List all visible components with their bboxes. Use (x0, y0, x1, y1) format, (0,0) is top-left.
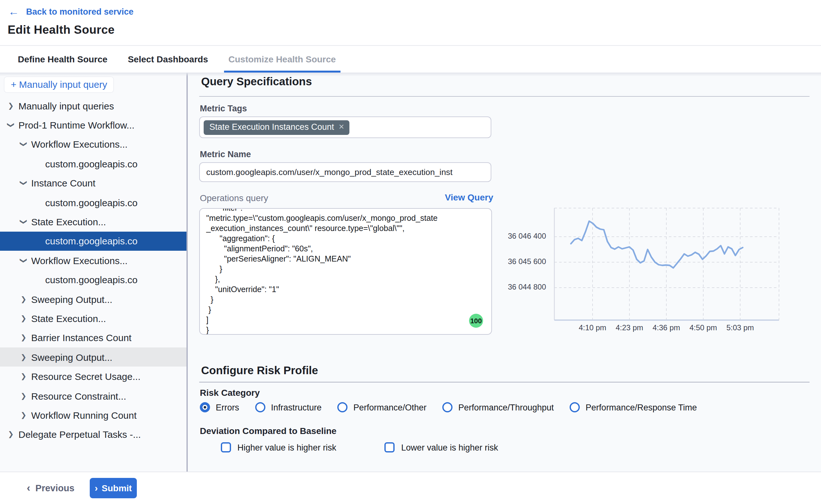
tree-item-label: custom.googleapis.co (45, 274, 137, 285)
risk-category-option[interactable]: Performance/Response Time (570, 402, 697, 412)
edit-health-source-page: ← Back to monitored service Edit Health … (0, 0, 821, 504)
page-title: Edit Health Source (8, 23, 115, 37)
chevron-right-icon[interactable]: ❯ (19, 354, 28, 361)
checkbox-label: Higher value is higher risk (237, 443, 336, 452)
y-axis-tick: 36 045 600 (490, 257, 546, 266)
tree-item-label: custom.googleapis.co (45, 158, 137, 169)
tree-item-label: Sweeping Output... (31, 294, 112, 305)
metric-name-label: Metric Name (200, 150, 251, 159)
radio-label: Performance/Response Time (586, 403, 697, 412)
checkbox-label: Lower value is higher risk (401, 443, 498, 452)
query-specifications-title: Query Specifications (201, 75, 312, 88)
metric-tags-label: Metric Tags (200, 104, 247, 113)
risk-category-label: Risk Category (200, 388, 260, 398)
chevron-right-icon[interactable]: ❯ (19, 315, 28, 322)
tree-item[interactable]: custom.googleapis.co (0, 231, 186, 251)
radio-infrastructure[interactable] (255, 402, 265, 412)
back-link-label: Back to monitored service (26, 7, 134, 17)
radio-errors[interactable] (200, 402, 210, 412)
checkbox-lower-value-is-higher-risk[interactable] (385, 442, 395, 452)
tab-customize-health-source[interactable]: Customize Health Source (226, 46, 339, 73)
previous-button[interactable]: ‹ Previous (27, 478, 74, 498)
chevron-down-icon[interactable]: ❯ (20, 217, 27, 226)
metric-name-input[interactable]: custom.googleapis.com/user/x_mongo_prod_… (199, 162, 491, 182)
tree-item[interactable]: ❯Workflow Running Count (0, 406, 186, 425)
submit-button-label: Submit (102, 483, 132, 493)
deviation-option[interactable]: Lower value is higher risk (385, 442, 498, 452)
x-axis-tick: 4:36 pm (646, 323, 687, 332)
y-axis-tick: 36 046 400 (490, 232, 546, 241)
tree-item[interactable]: ❯Resource Secret Usage... (0, 367, 186, 386)
tab-bar: Define Health SourceSelect DashboardsCus… (0, 45, 821, 73)
section-divider-2 (199, 382, 810, 382)
radio-label: Errors (216, 403, 239, 412)
tree-item[interactable]: ❯Sweeping Output... (0, 290, 186, 309)
tree-item[interactable]: custom.googleapis.co (0, 193, 186, 212)
tree-item-label: Prod-1 Runtime Workflow... (18, 120, 135, 130)
submit-button[interactable]: › Submit (90, 478, 137, 498)
tree-item-label: Barrier Instances Count (31, 333, 131, 343)
chevron-down-icon[interactable]: ❯ (7, 121, 14, 129)
tree-item-label: Workflow Running Count (31, 410, 137, 421)
chevron-left-icon: ‹ (27, 482, 30, 493)
tab-define-health-source[interactable]: Define Health Source (15, 46, 110, 73)
tree-item-label: Sweeping Output... (31, 352, 112, 363)
remove-tag-icon[interactable]: ✕ (339, 123, 344, 131)
tree-item[interactable]: custom.googleapis.co (0, 270, 186, 290)
tree-item[interactable]: ❯Sweeping Output... (0, 347, 186, 367)
view-query-link[interactable]: View Query (442, 192, 493, 202)
risk-category-option[interactable]: Performance/Throughput (442, 402, 554, 412)
tree-item[interactable]: ❯Workflow Executions... (0, 135, 186, 154)
x-axis-tick: 5:03 pm (720, 323, 761, 332)
chevron-right-icon[interactable]: ❯ (19, 296, 28, 303)
deviation-options: Higher value is higher riskLower value i… (221, 442, 498, 452)
chevron-right-icon: › (95, 483, 98, 493)
back-link[interactable]: ← Back to monitored service (8, 6, 134, 17)
tree-item-label: State Execution... (31, 313, 106, 324)
radio-performance-response-time[interactable] (570, 402, 580, 412)
risk-category-option[interactable]: Infrastructure (255, 402, 322, 412)
tree-item[interactable]: ❯State Execution... (0, 309, 186, 328)
chevron-right-icon[interactable]: ❯ (6, 431, 15, 438)
tree-item[interactable]: ❯Workflow Executions... (0, 251, 186, 270)
chevron-down-icon[interactable]: ❯ (20, 140, 27, 149)
risk-category-option[interactable]: Errors (200, 402, 239, 412)
tree-item-label: Workflow Executions... (31, 255, 128, 266)
operations-query-textarea[interactable]: "filter": "metric.type=\"custom.googleap… (199, 208, 492, 335)
tree-item-label: Delegate Perpetual Tasks -... (18, 429, 141, 440)
tree-item[interactable]: ❯Resource Constraint... (0, 386, 186, 406)
tree-item-label: custom.googleapis.co (45, 197, 137, 208)
chevron-right-icon[interactable]: ❯ (19, 334, 28, 341)
tree-item[interactable]: ❯Barrier Instances Count (0, 328, 186, 347)
chevron-right-icon[interactable]: ❯ (6, 102, 15, 109)
chevron-right-icon[interactable]: ❯ (19, 412, 28, 419)
add-manual-query-button[interactable]: + Manually input query (4, 77, 114, 92)
tree-item[interactable]: ❯State Execution... (0, 212, 186, 232)
metric-tag-chip[interactable]: State Execution Instances Count ✕ (204, 120, 349, 135)
chevron-down-icon[interactable]: ❯ (20, 256, 27, 265)
configure-risk-profile-title: Configure Risk Profile (201, 364, 318, 377)
section-divider (199, 96, 810, 97)
checkbox-higher-value-is-higher-risk[interactable] (221, 442, 231, 452)
tree-item[interactable]: ❯Instance Count (0, 173, 186, 193)
chevron-down-icon[interactable]: ❯ (20, 179, 27, 188)
tab-select-dashboards[interactable]: Select Dashboards (125, 46, 211, 73)
radio-performance-throughput[interactable] (442, 402, 453, 412)
chevron-right-icon[interactable]: ❯ (19, 392, 28, 399)
tree-item[interactable]: ❯Delegate Perpetual Tasks -... (0, 425, 186, 444)
tree-item[interactable]: ❯Manually input queries (0, 96, 186, 115)
tree-item[interactable]: ❯Prod-1 Runtime Workflow... (0, 115, 186, 135)
tree-item-label: custom.googleapis.co (45, 236, 137, 247)
chevron-right-icon[interactable]: ❯ (19, 373, 28, 380)
radio-performance-other[interactable] (338, 402, 348, 412)
x-axis-tick: 4:23 pm (609, 323, 650, 332)
radio-label: Infrastructure (271, 403, 322, 412)
tree-item-label: State Execution... (31, 216, 106, 227)
risk-category-option[interactable]: Performance/Other (338, 402, 427, 412)
radio-label: Performance/Other (354, 403, 427, 412)
x-axis-tick: 4:50 pm (683, 323, 724, 332)
metric-tags-input[interactable]: State Execution Instances Count ✕ (199, 116, 491, 138)
deviation-option[interactable]: Higher value is higher risk (221, 442, 336, 452)
deviation-label: Deviation Compared to Baseline (200, 426, 336, 436)
tree-item[interactable]: custom.googleapis.co (0, 154, 186, 173)
